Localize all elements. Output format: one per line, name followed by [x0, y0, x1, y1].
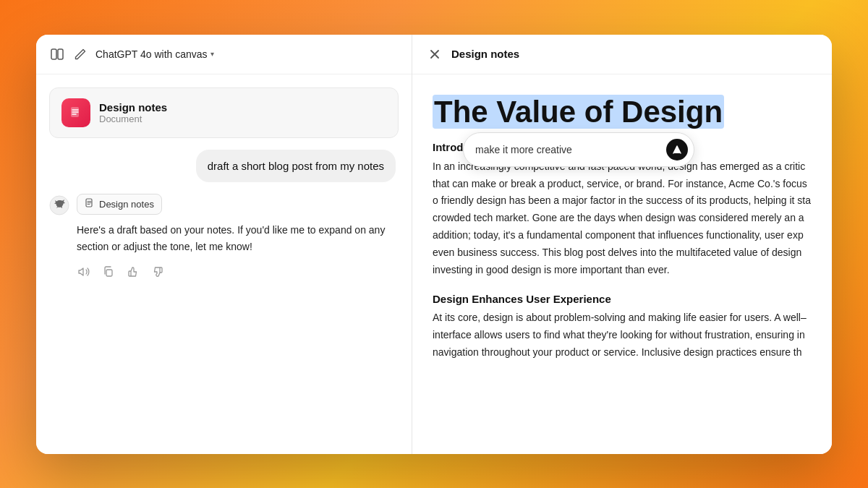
assistant-avatar: [49, 195, 69, 215]
inline-edit-submit-button[interactable]: [666, 139, 688, 160]
left-content: Design notes Document draft a short blog…: [36, 74, 412, 454]
intro-paragraph: In an increasingly competitive and fast-…: [433, 158, 812, 279]
volume-button[interactable]: [77, 265, 91, 279]
assistant-body: Design notes Here's a draft based on you…: [77, 194, 399, 279]
edit-icon[interactable]: [72, 46, 88, 62]
document-card[interactable]: Design notes Document: [49, 87, 399, 138]
left-header: ChatGPT 4o with canvas ▾: [36, 35, 412, 74]
doc-type: Document: [99, 114, 167, 124]
canvas-main-title: The Value of Design: [433, 95, 724, 129]
section1: Design Enhances User Experience At its c…: [433, 293, 812, 361]
model-name: ChatGPT 4o with canvas: [95, 48, 208, 60]
inline-edit-box: [463, 132, 694, 167]
left-panel: ChatGPT 4o with canvas ▾ Design notes Do…: [36, 35, 412, 454]
doc-icon: [61, 98, 90, 127]
thumbs-down-button[interactable]: [150, 265, 165, 279]
user-bubble: draft a short blog post from my notes: [196, 150, 396, 183]
design-notes-ref-label: Design notes: [99, 199, 154, 210]
right-header: Design notes: [412, 35, 832, 74]
doc-ref-icon: [85, 198, 95, 210]
svg-rect-1: [58, 49, 63, 59]
chevron-down-icon: ▾: [210, 50, 214, 58]
canvas-title-section: The Value of Design: [433, 95, 812, 129]
assistant-response: Design notes Here's a draft based on you…: [49, 194, 399, 279]
model-selector[interactable]: ChatGPT 4o with canvas ▾: [95, 48, 214, 60]
user-message-wrap: draft a short blog post from my notes: [49, 150, 399, 183]
reaction-bar: [77, 265, 399, 279]
design-notes-reference[interactable]: Design notes: [77, 194, 162, 215]
svg-rect-5: [106, 270, 112, 276]
section1-heading: Design Enhances User Experience: [433, 293, 812, 305]
right-panel: Design notes The Value of Design Introdu…: [412, 35, 832, 454]
sidebar-toggle-icon[interactable]: [49, 46, 65, 62]
close-button[interactable]: [427, 46, 443, 62]
section1-paragraph: At its core, design is about problem-sol…: [433, 309, 812, 361]
assistant-text: Here's a draft based on your notes. If y…: [77, 222, 399, 254]
doc-name: Design notes: [99, 101, 167, 114]
copy-button[interactable]: [101, 265, 116, 279]
canvas-title-label: Design notes: [451, 48, 519, 60]
doc-info: Design notes Document: [99, 101, 167, 124]
app-window: ChatGPT 4o with canvas ▾ Design notes Do…: [36, 35, 832, 454]
inline-edit-input[interactable]: [475, 144, 660, 155]
canvas-content: The Value of Design Introduc In an incre…: [412, 74, 832, 454]
svg-rect-0: [51, 49, 56, 59]
thumbs-up-button[interactable]: [126, 265, 140, 279]
